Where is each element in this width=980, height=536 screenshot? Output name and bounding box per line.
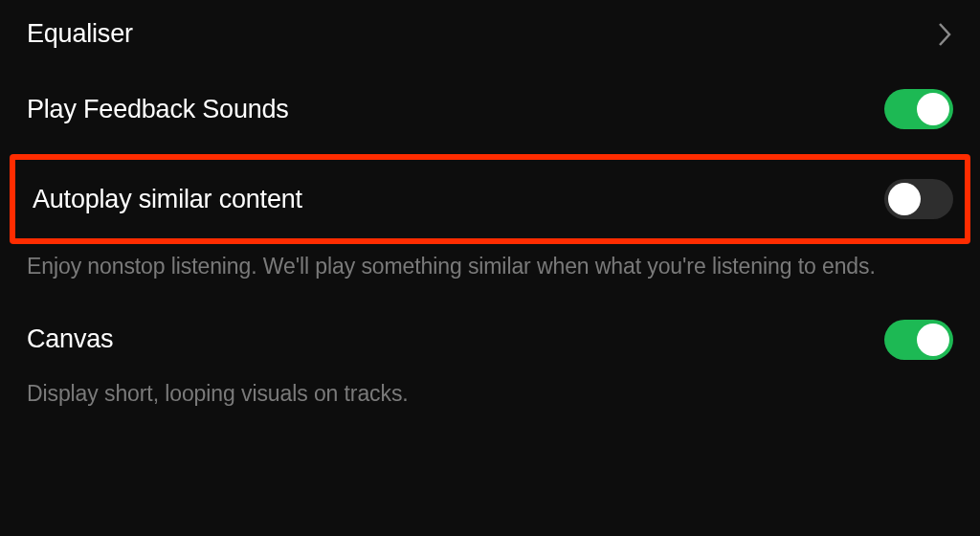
play-feedback-toggle[interactable] bbox=[884, 89, 953, 129]
equaliser-label: Equaliser bbox=[27, 19, 133, 49]
canvas-row: Canvas bbox=[27, 302, 953, 377]
autoplay-label: Autoplay similar content bbox=[33, 185, 302, 214]
play-feedback-row: Play Feedback Sounds bbox=[27, 72, 953, 146]
settings-list: Equaliser Play Feedback Sounds Autoplay … bbox=[0, 0, 980, 429]
canvas-label: Canvas bbox=[27, 324, 113, 354]
chevron-right-icon bbox=[936, 20, 953, 49]
play-feedback-label: Play Feedback Sounds bbox=[27, 95, 289, 124]
autoplay-highlight-box: Autoplay similar content bbox=[10, 154, 970, 244]
toggle-knob-icon bbox=[917, 324, 949, 356]
toggle-knob-icon bbox=[888, 183, 921, 215]
autoplay-toggle[interactable] bbox=[884, 179, 953, 219]
autoplay-row: Autoplay similar content bbox=[33, 179, 953, 219]
canvas-toggle[interactable] bbox=[884, 320, 953, 360]
equaliser-row[interactable]: Equaliser bbox=[27, 8, 953, 72]
toggle-knob-icon bbox=[917, 93, 949, 125]
canvas-description: Display short, looping visuals on tracks… bbox=[27, 377, 953, 430]
autoplay-description: Enjoy nonstop listening. We'll play some… bbox=[27, 250, 953, 302]
